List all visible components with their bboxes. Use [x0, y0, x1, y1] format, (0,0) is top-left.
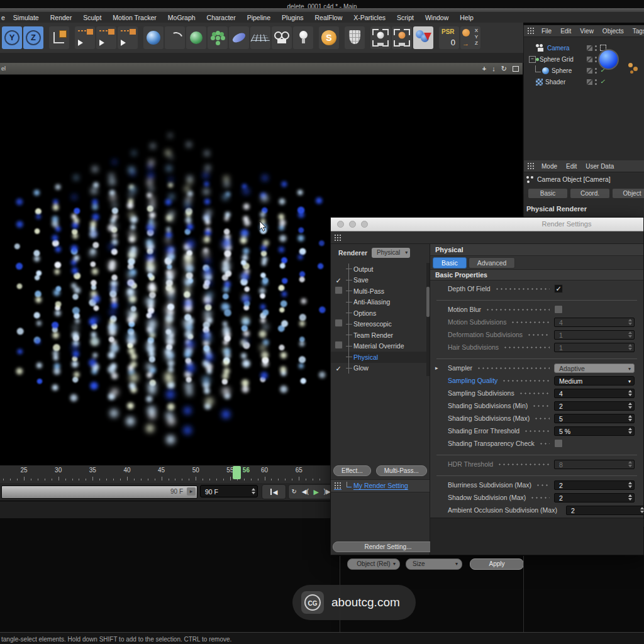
- layer-toggle-icon[interactable]: [587, 68, 592, 74]
- om-menu-view[interactable]: View: [580, 28, 594, 35]
- stepper-arrows-icon[interactable]: [628, 319, 632, 325]
- attribute-tab-object[interactable]: Object: [612, 188, 644, 199]
- rs-tree-mark[interactable]: ✓: [331, 274, 346, 286]
- attribute-tab-basic[interactable]: Basic: [528, 188, 568, 199]
- xparticles-icon[interactable]: [413, 26, 433, 49]
- size-dropdown[interactable]: Size▾: [406, 558, 462, 570]
- layer-toggle-icon[interactable]: [587, 79, 592, 85]
- stepper-arrows-icon[interactable]: [628, 390, 632, 396]
- rs-tree-item-team-render[interactable]: Team Render: [331, 330, 430, 341]
- renderer-dropdown[interactable]: Physical ▾: [372, 248, 410, 258]
- menu-item-character[interactable]: Character: [207, 14, 236, 21]
- multipass-button[interactable]: Multi-Pass...: [376, 465, 427, 476]
- timeline-range-slider[interactable]: 90 F ▸: [1, 486, 197, 499]
- xyz-axis-icon[interactable]: XYZ →: [460, 26, 480, 49]
- snap-orange-icon[interactable]: [392, 26, 412, 49]
- material-thumbnail-blue-sphere[interactable]: [598, 49, 619, 70]
- loop-button[interactable]: ↻: [289, 486, 300, 498]
- play-button[interactable]: ▶: [311, 486, 322, 498]
- menu-item-x-particles[interactable]: X-Particles: [353, 14, 386, 21]
- layer-toggle-icon[interactable]: [587, 57, 592, 62]
- object-row-sphere[interactable]: Sphere✓: [524, 65, 644, 76]
- spline-pen-icon[interactable]: [165, 26, 185, 49]
- axis-z-lock-button[interactable]: Z: [23, 26, 43, 49]
- viewport-header[interactable]: el + ↓ ↻: [0, 63, 523, 75]
- stepper-arrows-icon[interactable]: [628, 402, 632, 409]
- previous-frame-button[interactable]: ◀(: [300, 486, 311, 498]
- am-menu-edit[interactable]: Edit: [566, 163, 577, 170]
- render-shield-icon[interactable]: [345, 26, 365, 49]
- frame-stepper[interactable]: [252, 488, 255, 494]
- viewport-pan-icon[interactable]: +: [482, 65, 486, 72]
- am-menu-user-data[interactable]: User Data: [586, 163, 614, 170]
- sky-object-icon[interactable]: S: [319, 26, 339, 49]
- stepper-arrows-icon[interactable]: [628, 415, 632, 421]
- rs-tree-item-anti-aliasing[interactable]: Anti-Aliasing: [331, 297, 430, 308]
- menu-item-realflow[interactable]: RealFlow: [315, 14, 343, 21]
- om-menu-file[interactable]: File: [541, 28, 552, 35]
- rs-tree-item-glow[interactable]: ✓Glow: [331, 363, 430, 374]
- stepper-arrows-icon[interactable]: [628, 482, 632, 488]
- checkbox[interactable]: [554, 305, 563, 314]
- visibility-dots-icon[interactable]: [595, 57, 597, 62]
- attribute-tab-coord[interactable]: Coord.: [570, 188, 610, 199]
- timeline-ruler[interactable]: 25303540455055606556: [0, 465, 331, 484]
- menu-item-mograph[interactable]: MoGraph: [168, 14, 196, 21]
- rs-tree-item-stereoscopic[interactable]: Stereoscopic: [331, 319, 430, 330]
- light-icon[interactable]: [293, 26, 313, 49]
- sidebar-scrollbar[interactable]: [426, 263, 430, 376]
- stepper-arrows-icon[interactable]: [628, 461, 632, 467]
- menu-item-partial[interactable]: e: [1, 14, 5, 21]
- visibility-dots-icon[interactable]: [595, 68, 597, 74]
- viewport-rotate-icon[interactable]: ↻: [501, 65, 507, 72]
- value-field[interactable]: 1: [554, 343, 635, 352]
- dropdown[interactable]: Medium▾: [554, 376, 635, 386]
- render-setting-button[interactable]: Render Setting...: [333, 541, 443, 552]
- panel-tab-advanced[interactable]: Advanced: [469, 257, 516, 269]
- subdivision-surface-icon[interactable]: [186, 26, 206, 49]
- particle-tag-icon[interactable]: [628, 63, 633, 67]
- current-frame-field[interactable]: 90 F: [200, 485, 258, 497]
- dropdown[interactable]: Adaptive▾: [554, 364, 635, 373]
- visibility-dots-icon[interactable]: [595, 45, 597, 51]
- rs-tree-mark[interactable]: [331, 318, 346, 330]
- checkbox-icon[interactable]: [335, 341, 343, 349]
- panel-tab-basic[interactable]: Basic: [433, 257, 467, 269]
- value-field[interactable]: 4: [554, 318, 635, 327]
- menu-item-pipeline[interactable]: Pipeline: [247, 14, 270, 21]
- menu-item-plugins[interactable]: Plugins: [282, 14, 303, 21]
- floor-grid-icon[interactable]: [250, 26, 270, 49]
- rs-tree-item-material-override[interactable]: Material Override: [331, 341, 430, 352]
- coordinate-system-icon[interactable]: [49, 26, 69, 49]
- checkbox-icon[interactable]: [335, 286, 343, 294]
- value-field[interactable]: 2: [554, 493, 635, 502]
- deformer-icon[interactable]: [229, 26, 249, 49]
- render-preset-row[interactable]: My Render Setting: [331, 479, 430, 492]
- viewport-toggle-icon[interactable]: [513, 66, 519, 72]
- axis-y-lock-button[interactable]: Y: [2, 26, 22, 49]
- render-settings-gear-icon[interactable]: [118, 26, 138, 49]
- rs-tree-mark[interactable]: ✓: [331, 362, 346, 374]
- object-row-camera[interactable]: Camera: [524, 42, 644, 53]
- go-to-start-button[interactable]: ◀: [262, 484, 286, 499]
- sphere-primitive-icon[interactable]: [143, 26, 164, 49]
- checkbox[interactable]: [554, 439, 563, 448]
- stepper-arrows-icon[interactable]: [628, 494, 632, 501]
- layer-toggle-icon[interactable]: [587, 45, 592, 51]
- stepper-arrows-icon[interactable]: [628, 331, 632, 338]
- object-row-sphere-grid[interactable]: −Sphere Grid✓: [524, 53, 644, 65]
- stepper-arrows-icon[interactable]: [628, 428, 632, 434]
- value-field[interactable]: 4: [554, 389, 635, 398]
- hamburger-menu-icon[interactable]: [334, 234, 341, 242]
- panel-grid-icon[interactable]: [527, 162, 535, 170]
- make-preview-icon-1[interactable]: [75, 26, 95, 49]
- snap-white-icon[interactable]: [370, 26, 391, 49]
- collapse-icon[interactable]: −: [529, 56, 536, 63]
- rs-tree-item-multi-pass[interactable]: Multi-Pass: [331, 286, 430, 297]
- value-field[interactable]: 5 %: [554, 426, 635, 436]
- rs-tree-item-save[interactable]: ✓Save: [331, 275, 430, 286]
- menu-item-simulate[interactable]: Simulate: [13, 14, 39, 21]
- render-settings-titlebar[interactable]: Render Settings: [331, 218, 643, 231]
- expand-arrow-icon[interactable]: ▸: [435, 365, 438, 371]
- menu-item-motion-tracker[interactable]: Motion Tracker: [113, 14, 156, 21]
